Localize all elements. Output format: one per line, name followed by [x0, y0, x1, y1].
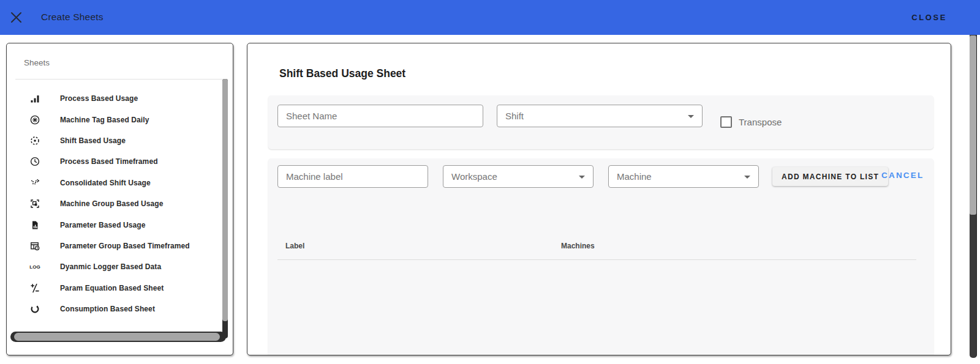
bar-chart-icon	[30, 94, 40, 103]
sheet-editor-panel: Shift Based Usage Sheet Shift Transpose …	[247, 43, 951, 355]
sidebar-item-parameter-group-based-timeframed[interactable]: Parameter Group Based Timeframed	[7, 236, 222, 256]
sidebar-horizontal-scrollbar-thumb[interactable]	[14, 333, 220, 341]
shift-select[interactable]: Shift	[497, 105, 703, 127]
workspace-select[interactable]: Workspace	[443, 165, 594, 188]
sidebar-item-label: Process Based Timeframed	[60, 157, 158, 166]
sidebar-item-label: Dyanmic Logger Based Data	[60, 262, 161, 271]
sidebar-item-label: Param Equation Based Sheet	[60, 284, 164, 292]
plus-minus-icon	[30, 283, 40, 293]
sidebar-item-process-based-timeframed[interactable]: Process Based Timeframed	[7, 151, 222, 172]
sheet-settings-section: Shift Transpose	[268, 95, 933, 149]
chevron-down-icon	[688, 115, 694, 118]
sidebar-item-machine-group-based-usage[interactable]: Machine Group Based Usage	[7, 193, 222, 214]
sidebar-item-shift-based-usage[interactable]: Shift Based Usage	[7, 130, 222, 151]
sidebar-vertical-scrollbar-thumb[interactable]	[222, 79, 228, 321]
chevron-down-icon	[579, 176, 585, 179]
refresh-circle-icon	[30, 304, 40, 314]
sidebar-item-param-equation-based-sheet[interactable]: Param Equation Based Sheet	[7, 278, 222, 299]
cancel-button[interactable]: CANCEL	[881, 171, 924, 180]
add-machine-to-list-button[interactable]: ADD MACHINE TO LIST	[772, 167, 888, 186]
sidebar-vertical-scrollbar[interactable]	[222, 79, 228, 338]
sidebar-item-process-based-usage[interactable]: Process Based Usage	[7, 88, 222, 109]
group-frame-icon	[30, 199, 40, 209]
sidebar-horizontal-scrollbar[interactable]	[10, 332, 226, 342]
chevron-down-icon	[744, 176, 750, 179]
close-icon[interactable]	[10, 12, 22, 23]
workspace-select-value: Workspace	[451, 171, 497, 182]
sidebar-item-label: Consolidated Shift Usage	[60, 179, 151, 187]
dialog-title: Create Sheets	[41, 12, 104, 23]
sidebar-item-label: Process Based Usage	[60, 94, 138, 103]
dotted-route-icon	[30, 178, 40, 188]
log-icon: LOG	[30, 262, 40, 272]
document-chart-icon	[30, 220, 40, 230]
clock-icon	[30, 157, 40, 166]
table-header-machines: Machines	[561, 242, 595, 250]
close-button[interactable]: CLOSE	[911, 13, 947, 22]
table-header-label: Label	[285, 242, 304, 250]
machine-select[interactable]: Machine	[608, 165, 759, 188]
sidebar-item-label: Consumption Based Sheet	[60, 305, 155, 313]
sidebar-item-label: Parameter Based Usage	[60, 221, 146, 229]
gear-circle-icon	[30, 115, 40, 125]
transpose-label: Transpose	[739, 117, 782, 127]
appbar: Create Sheets CLOSE	[0, 0, 980, 35]
sidebar-item-dyanmic-logger-based-data[interactable]: LOG Dyanmic Logger Based Data	[7, 256, 222, 277]
page-vertical-scrollbar-thumb[interactable]	[970, 35, 976, 215]
sidebar-item-label: Parameter Group Based Timeframed	[60, 242, 190, 250]
machine-select-value: Machine	[617, 171, 652, 182]
transpose-checkbox[interactable]	[720, 116, 732, 128]
sheet-name-input[interactable]	[277, 105, 483, 127]
sidebar-item-label: Shift Based Usage	[60, 136, 126, 145]
sidebar-item-machine-tag-based-daily[interactable]: Machine Tag Based Daily	[7, 109, 222, 130]
sheet-type-list: Process Based Usage Machine Tag Based Da…	[7, 80, 222, 319]
dashed-target-icon	[30, 136, 40, 146]
table-header-divider	[277, 259, 916, 260]
sidebar-item-consumption-based-sheet[interactable]: Consumption Based Sheet	[7, 299, 222, 319]
shift-select-value: Shift	[505, 111, 524, 121]
page-title: Shift Based Usage Sheet	[279, 67, 405, 80]
sidebar-item-parameter-based-usage[interactable]: Parameter Based Usage	[7, 214, 222, 235]
sidebar-item-label: Machine Group Based Usage	[60, 199, 164, 208]
page-vertical-scrollbar[interactable]	[970, 35, 977, 358]
machine-label-input[interactable]	[277, 165, 428, 188]
sidebar-title: Sheets	[24, 58, 50, 67]
transpose-checkbox-row[interactable]: Transpose	[720, 116, 782, 128]
sidebar-item-consolidated-shift-usage[interactable]: Consolidated Shift Usage	[7, 173, 222, 193]
table-clock-icon	[30, 241, 40, 251]
machine-list-section: Workspace Machine ADD MACHINE TO LIST CA…	[268, 158, 933, 355]
sheet-types-panel: Sheets Process Based Usage Machine Tag B…	[6, 43, 233, 355]
sidebar-item-label: Machine Tag Based Daily	[60, 116, 149, 124]
